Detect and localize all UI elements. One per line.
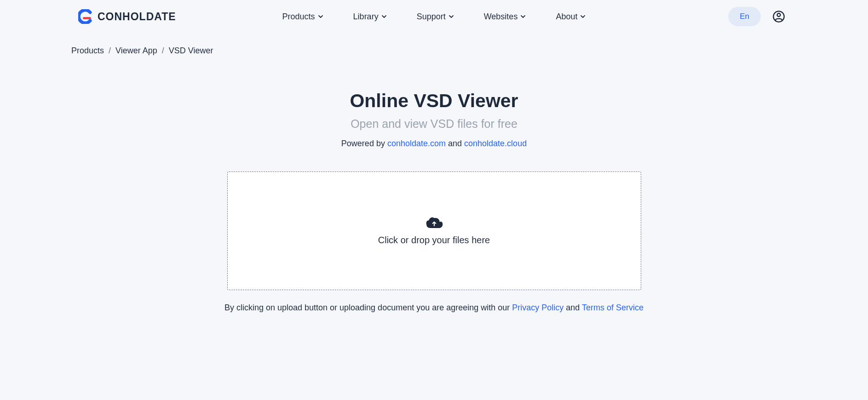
dropzone-text: Click or drop your files here: [378, 235, 490, 246]
svg-rect-0: [83, 17, 91, 19]
chevron-down-icon: [520, 14, 526, 19]
nav-label: About: [556, 12, 577, 22]
language-selector[interactable]: En: [728, 7, 761, 26]
chevron-down-icon: [448, 14, 454, 19]
nav-support[interactable]: Support: [417, 12, 454, 22]
conholdate-com-link[interactable]: conholdate.com: [387, 139, 446, 148]
breadcrumb-viewer-app[interactable]: Viewer App: [115, 46, 157, 56]
nav-label: Library: [353, 12, 379, 22]
file-dropzone[interactable]: Click or drop your files here: [227, 171, 641, 290]
conholdate-cloud-link[interactable]: conholdate.cloud: [464, 139, 527, 148]
account-icon[interactable]: [772, 10, 785, 23]
nav-products[interactable]: Products: [282, 12, 323, 22]
chevron-down-icon: [318, 14, 323, 19]
terms-prefix: By clicking on upload button or uploadin…: [224, 303, 512, 312]
logo[interactable]: CONHOLDATE: [78, 9, 176, 24]
logo-text: CONHOLDATE: [98, 11, 176, 23]
page-title: Online VSD Viewer: [350, 90, 518, 112]
breadcrumb: Products / Viewer App / VSD Viewer: [0, 33, 868, 56]
main-content: Online VSD Viewer Open and view VSD file…: [0, 90, 868, 313]
terms-text: By clicking on upload button or uploadin…: [224, 303, 644, 313]
terms-and: and: [563, 303, 582, 312]
chevron-down-icon: [381, 14, 387, 19]
chevron-down-icon: [580, 14, 586, 19]
breadcrumb-products[interactable]: Products: [71, 46, 104, 56]
breadcrumb-separator: /: [162, 46, 164, 56]
header-right: En: [728, 7, 785, 26]
terms-of-service-link[interactable]: Terms of Service: [582, 303, 644, 312]
cloud-upload-icon: [425, 217, 443, 230]
nav-menu: Products Library Support Websites About: [282, 12, 586, 22]
page-subtitle: Open and view VSD files for free: [351, 117, 517, 131]
privacy-policy-link[interactable]: Privacy Policy: [512, 303, 563, 312]
svg-point-2: [777, 13, 781, 17]
powered-and: and: [446, 139, 464, 148]
powered-by-text: Powered by conholdate.com and conholdate…: [341, 139, 527, 149]
nav-library[interactable]: Library: [353, 12, 387, 22]
breadcrumb-vsd-viewer[interactable]: VSD Viewer: [169, 46, 213, 56]
nav-about[interactable]: About: [556, 12, 586, 22]
nav-label: Support: [417, 12, 446, 22]
logo-icon: [78, 9, 93, 24]
nav-websites[interactable]: Websites: [484, 12, 526, 22]
header: CONHOLDATE Products Library Support Webs…: [0, 0, 868, 33]
breadcrumb-separator: /: [109, 46, 111, 56]
nav-label: Websites: [484, 12, 518, 22]
nav-label: Products: [282, 12, 315, 22]
powered-prefix: Powered by: [341, 139, 387, 148]
